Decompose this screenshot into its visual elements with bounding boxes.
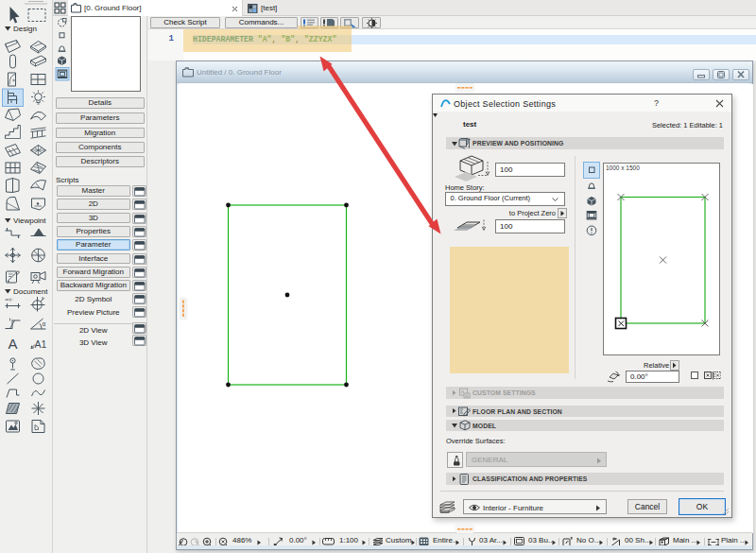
svg-text:A: A — [8, 336, 17, 352]
svg-text:A1: A1 — [35, 338, 47, 350]
svg-text:α: α — [43, 320, 46, 327]
